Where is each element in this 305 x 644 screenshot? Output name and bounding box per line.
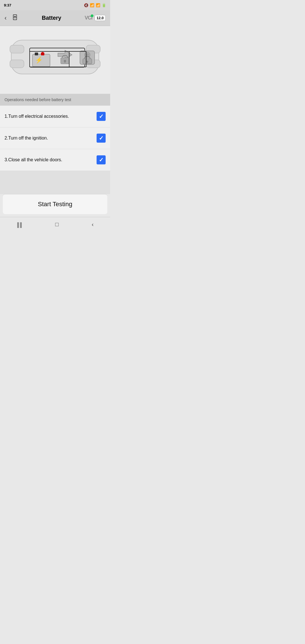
checkmark-3: ✓ xyxy=(99,157,104,163)
wifi-icon: 📶 xyxy=(90,3,94,7)
svg-rect-6 xyxy=(10,45,24,53)
svg-rect-17 xyxy=(64,61,66,63)
back-nav-icon[interactable]: ‹ xyxy=(92,221,94,228)
status-icons: 🔇 📶 📶 🔋 xyxy=(84,3,106,7)
svg-rect-4 xyxy=(10,60,24,68)
operations-header: Operations needed before battery test xyxy=(0,94,110,106)
checklist-label-2: 2.Turn off the ignition. xyxy=(5,136,48,141)
svg-text:⚡: ⚡ xyxy=(35,56,43,64)
nav-left-actions: ‹ xyxy=(5,14,18,22)
checkbox-1[interactable]: ✓ xyxy=(97,112,106,121)
vci-badge: VCI xyxy=(85,15,92,21)
mute-icon: 🔇 xyxy=(84,3,88,7)
car-diagram-section: ⚡ xyxy=(0,26,110,94)
svg-rect-23 xyxy=(87,62,88,63)
checkbox-3[interactable]: ✓ xyxy=(97,155,106,164)
checklist-label-3: 3.Close all the vehicle doors. xyxy=(5,157,62,162)
page-title: Battery xyxy=(42,15,61,21)
operations-header-text: Operations needed before battery test xyxy=(5,97,71,102)
battery-voltage-badge: 12.0 xyxy=(95,15,106,21)
checklist-container: 1.Turn off electrical accessories. ✓ 2.T… xyxy=(0,106,110,171)
recent-apps-icon[interactable]: ‖‖ xyxy=(17,221,22,228)
checkmark-1: ✓ xyxy=(99,114,104,119)
svg-point-13 xyxy=(42,52,44,54)
vci-connected-dot xyxy=(91,14,93,17)
checklist-item-3[interactable]: 3.Close all the vehicle doors. ✓ xyxy=(0,149,110,171)
checklist-item-2[interactable]: 2.Turn off the ignition. ✓ xyxy=(0,127,110,149)
export-button[interactable] xyxy=(12,14,18,22)
nav-right-badges: VCI 12.0 xyxy=(85,15,106,21)
content-area xyxy=(0,171,110,194)
checkmark-2: ✓ xyxy=(99,135,104,141)
status-bar: 9:37 🔇 📶 📶 🔋 xyxy=(0,0,110,10)
svg-rect-10 xyxy=(35,53,38,55)
start-testing-button[interactable]: Start Testing xyxy=(3,194,107,214)
status-time: 9:37 xyxy=(4,3,11,7)
bottom-nav: ‖‖ □ ‹ xyxy=(0,217,110,232)
signal-icon: 📶 xyxy=(96,3,100,7)
checklist-item-1[interactable]: 1.Turn off electrical accessories. ✓ xyxy=(0,106,110,127)
battery-status-icon: 🔋 xyxy=(102,3,106,7)
nav-bar: ‹ Battery VCI 12.0 xyxy=(0,10,110,26)
home-icon[interactable]: □ xyxy=(55,221,59,228)
car-diagram: ⚡ xyxy=(7,32,103,88)
checklist-label-1: 1.Turn off electrical accessories. xyxy=(5,114,69,119)
back-button[interactable]: ‹ xyxy=(5,14,6,22)
checkbox-2[interactable]: ✓ xyxy=(97,134,106,143)
